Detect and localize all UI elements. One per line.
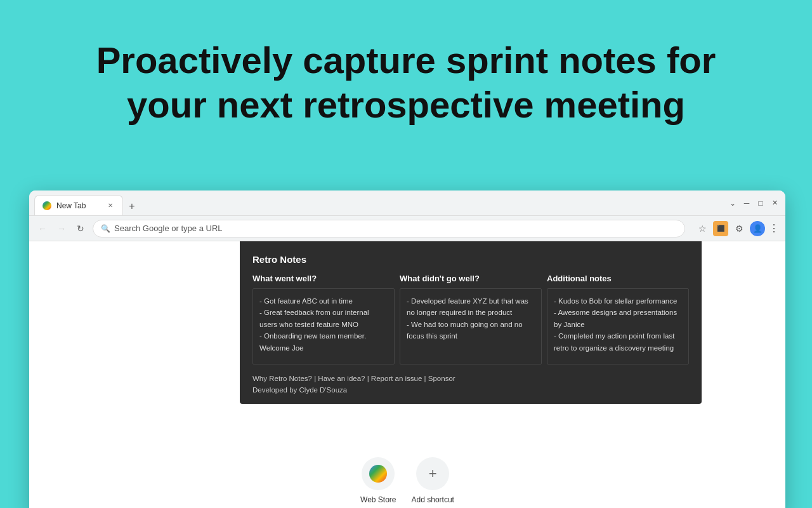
maximize-button[interactable] (756, 199, 765, 208)
address-bar[interactable]: 🔍 Search Google or type a URL (93, 220, 685, 237)
col-header-3: Additional notes (547, 274, 689, 283)
browser-content: Retro Notes What went well? - Got featur… (29, 241, 785, 508)
tab-favicon (43, 201, 51, 210)
col-header-2: What didn't go well? (400, 274, 542, 283)
tab-title: New Tab (56, 201, 86, 210)
retro-panel-title: Retro Notes (252, 254, 689, 265)
col-content-1: - Got feature ABC out in time- Great fee… (252, 288, 395, 364)
address-actions: ☆ ⬛ ⚙ 👤 ⋮ (695, 221, 779, 236)
tab-area: New Tab ✕ + (34, 190, 141, 215)
retro-column-additional: Additional notes - Kudos to Bob for stel… (547, 274, 689, 364)
minimize-button[interactable] (742, 199, 751, 208)
add-shortcut-plus-icon: + (424, 465, 442, 483)
search-icon: 🔍 (101, 224, 110, 233)
shortcut-web-store[interactable]: Web Store (360, 457, 396, 504)
extensions-icon[interactable]: ⬛ (713, 221, 728, 236)
address-text: Search Google or type a URL (114, 224, 223, 233)
retro-notes-panel: Retro Notes What went well? - Got featur… (240, 241, 702, 404)
profile-icon[interactable]: 👤 (750, 221, 765, 236)
retro-column-didnt-go-well: What didn't go well? - Developed feature… (400, 274, 542, 364)
add-shortcut-label: Add shortcut (412, 495, 454, 504)
col-content-3: - Kudos to Bob for stellar performance- … (547, 288, 689, 364)
web-store-label: Web Store (360, 495, 396, 504)
forward-button[interactable]: → (55, 222, 69, 236)
active-tab[interactable]: New Tab ✕ (34, 195, 123, 215)
browser-addressbar: ← → ↻ 🔍 Search Google or type a URL ☆ ⬛ … (29, 216, 785, 241)
developer-text: Developed by Clyde D'Souza (252, 386, 347, 394)
browser-titlebar: New Tab ✕ + (29, 190, 785, 216)
refresh-button[interactable]: ↻ (74, 222, 88, 236)
hero-section: Proactively capture sprint notes for you… (0, 0, 812, 152)
hero-line2: your next retrospective meeting (127, 84, 685, 125)
add-shortcut-icon-container: + (416, 457, 449, 490)
close-button[interactable] (770, 199, 779, 208)
new-tab-button[interactable]: + (123, 197, 141, 215)
col-content-2: - Developed feature XYZ but that was no … (400, 288, 542, 364)
back-button[interactable]: ← (36, 222, 49, 236)
retro-column-went-well: What went well? - Got feature ABC out in… (252, 274, 395, 364)
web-store-icon-container (362, 457, 395, 490)
puzzle-icon[interactable]: ⚙ (732, 222, 746, 236)
shortcuts-area: Web Store + Add shortcut (29, 457, 785, 508)
bookmark-icon[interactable]: ☆ (695, 222, 709, 236)
window-controls (728, 199, 779, 208)
tab-close-button[interactable]: ✕ (106, 201, 115, 210)
retro-footer-links: Why Retro Notes? | Have an idea? | Repor… (252, 375, 689, 382)
chevron-button[interactable] (728, 199, 737, 208)
hero-title: Proactively capture sprint notes for you… (63, 38, 749, 126)
footer-links-text: Why Retro Notes? | Have an idea? | Repor… (252, 375, 455, 382)
hero-line1: Proactively capture sprint notes for (96, 39, 716, 81)
retro-columns: What went well? - Got feature ABC out in… (252, 274, 689, 364)
retro-developer: Developed by Clyde D'Souza (252, 386, 689, 394)
menu-button[interactable]: ⋮ (769, 222, 779, 234)
shortcut-add[interactable]: + Add shortcut (412, 457, 454, 504)
col-header-1: What went well? (252, 274, 395, 283)
web-store-logo (369, 465, 387, 483)
browser-window: New Tab ✕ + ← → ↻ 🔍 Search Google or typ… (29, 190, 785, 508)
